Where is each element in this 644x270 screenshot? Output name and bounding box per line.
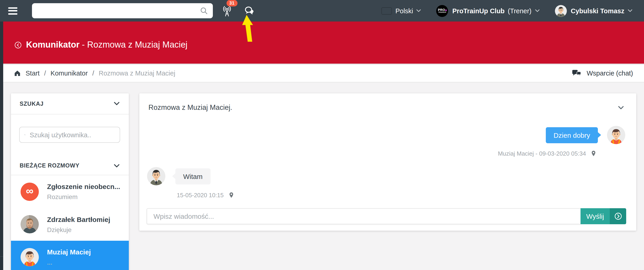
chevron-down-icon: [114, 164, 120, 168]
message-row-outgoing: Dzien dobry: [139, 126, 636, 144]
location-pin-icon[interactable]: [590, 150, 597, 157]
breadcrumb-item-start[interactable]: Start: [26, 70, 40, 77]
message-avatar: [607, 126, 625, 144]
chat-bubbles-icon: [244, 5, 255, 17]
support-chat-icon: [572, 69, 582, 78]
page-title: Komunikator- Rozmowa z Muziaj Maciej: [26, 40, 188, 50]
collapse-chevron-icon[interactable]: [618, 105, 624, 110]
user-avatar: [555, 5, 566, 17]
chat-panel: Rozmowa z Muziaj Maciej. Dzien dobry Muz…: [139, 93, 636, 231]
breadcrumb-item-komunikator[interactable]: Komunikator: [50, 70, 88, 77]
club-logo: PRO TRAINUP: [436, 5, 448, 17]
message-avatar: [147, 167, 165, 185]
club-role: (Trener): [508, 7, 532, 15]
notifications-antenna-icon[interactable]: 31: [222, 5, 232, 17]
infinity-logo-avatar: ∞: [20, 183, 39, 201]
chevron-down-icon: [628, 9, 632, 12]
message-input[interactable]: [146, 208, 580, 224]
conversation-item-zgloszenie[interactable]: ∞ Zgłoszenie nieobecn... Rozumiem: [11, 175, 129, 208]
breadcrumb-separator: /: [44, 70, 46, 77]
page-header: Komunikator- Rozmowa z Muziaj Maciej: [3, 22, 644, 64]
messenger-icon[interactable]: [244, 5, 255, 17]
navbar-right-cluster: Polski PRO TRAINUP ProTrainUp Club (Tren…: [382, 5, 644, 17]
user-cartoon-avatar: [20, 248, 39, 266]
conversation-item-zdrzalek[interactable]: Zdrzałek Bartłomiej Dziękuje: [11, 208, 129, 241]
send-button[interactable]: Wyślij: [580, 208, 610, 224]
breadcrumb-bar: Start / Komunikator / Rozmowa z Muziaj M…: [3, 65, 644, 82]
antenna-icon: [222, 5, 232, 17]
user-name: Cybulski Tomasz: [571, 7, 624, 15]
send-icon-button[interactable]: [610, 208, 626, 224]
hamburger-menu-icon[interactable]: [8, 7, 17, 15]
compose-bar: Wyślij: [146, 208, 626, 224]
conversation-last-message: Dziękuje: [47, 226, 110, 233]
home-icon[interactable]: [14, 70, 21, 77]
chat-title: Rozmowa z Muziaj Maciej.: [148, 103, 232, 112]
chevron-down-icon: [114, 102, 120, 106]
message-row-incoming: Witam: [139, 167, 636, 185]
notifications-badge: 31: [226, 0, 237, 6]
message-meta: Muziaj Maciej - 09-03-2020 05:34: [139, 150, 636, 157]
location-pin-icon[interactable]: [228, 192, 234, 199]
club-name: ProTrainUp Club: [452, 7, 505, 15]
back-button[interactable]: [14, 41, 22, 49]
search-section-header[interactable]: SZUKAJ: [11, 93, 129, 114]
breadcrumb-item-current: Rozmowa z Muziaj Maciej: [99, 70, 175, 77]
breadcrumb-separator: /: [92, 70, 94, 77]
global-search-input[interactable]: [32, 7, 213, 15]
conversations-section-header[interactable]: BIEŻĄCE ROZMOWY: [11, 157, 129, 175]
language-label: Polski: [395, 7, 413, 15]
conversation-title: Muziaj Maciej: [47, 248, 91, 256]
poland-flag-icon: [382, 8, 391, 14]
search-icon: [200, 7, 208, 15]
collapsed-sidebar-rail: [0, 22, 3, 270]
conversation-last-message: Rozumiem: [47, 193, 120, 201]
message-meta: 15-05-2020 10:15: [139, 192, 636, 199]
top-navbar: 31 Polski PRO TRAINUP ProTrainUp Club (T…: [0, 0, 644, 22]
language-dropdown[interactable]: Polski: [382, 7, 421, 15]
app-window: 31 Polski PRO TRAINUP ProTrainUp Club (T…: [0, 0, 644, 270]
support-chat-link[interactable]: Wsparcie (chat): [572, 69, 633, 78]
user-photo-avatar: [20, 215, 39, 234]
message-bubble: Dzien dobry: [546, 127, 598, 143]
conversation-last-message: ...: [47, 259, 91, 266]
club-dropdown[interactable]: PRO TRAINUP ProTrainUp Club (Trener): [436, 5, 540, 17]
user-search-input[interactable]: [30, 131, 115, 139]
chat-header: Rozmowa z Muziaj Maciej.: [139, 93, 636, 112]
user-dropdown[interactable]: Cybulski Tomasz: [555, 5, 632, 17]
send-circle-icon: [614, 212, 622, 221]
conversation-item-muziaj-selected[interactable]: Muziaj Maciej ...: [11, 241, 129, 270]
message-bubble: Witam: [176, 168, 210, 184]
global-search: [32, 3, 213, 18]
search-icon: [24, 131, 26, 139]
chevron-down-icon: [416, 9, 421, 12]
conversation-title: Zdrzałek Bartłomiej: [47, 216, 110, 223]
conversations-sidebar: SZUKAJ BIEŻĄCE ROZMOWY ∞ Zgłoszenie nieo…: [11, 93, 129, 270]
conversation-title: Zgłoszenie nieobecn...: [47, 183, 120, 191]
user-search-wrap: [11, 114, 129, 157]
chevron-down-icon: [534, 9, 540, 12]
